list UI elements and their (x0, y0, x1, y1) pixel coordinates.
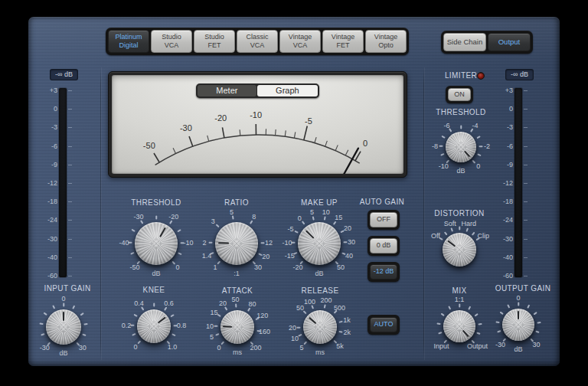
knob-scale-label: 0 (217, 344, 220, 352)
model-selector-studio-vca[interactable]: StudioVCA (151, 30, 192, 53)
vu-scale-label: -10 (250, 110, 262, 119)
knob-title: RELEASE (302, 286, 339, 295)
button-label-line: Vintage (374, 33, 397, 41)
divider-right (423, 67, 424, 360)
knob-tick (303, 310, 307, 314)
mix-knob[interactable]: MIXInput1:1Output (443, 310, 475, 342)
knob-tick (214, 325, 218, 327)
model-selector-vintage-fet[interactable]: VintageFET (322, 30, 364, 53)
knob-title: ATTACK (222, 286, 253, 295)
meter-bar (59, 88, 67, 277)
vu-display-tabs: MeterGraph (196, 83, 319, 98)
meter-scale-label: +3 (37, 87, 57, 94)
vu-minor-tick (345, 150, 348, 155)
ratio-knob[interactable]: RATIO:111.42358122030 (215, 222, 258, 265)
output-selector-output[interactable]: Output (488, 33, 531, 51)
button-label-line: VCA (250, 41, 265, 50)
knob-pointer (220, 309, 255, 345)
model-selector-classic-vca[interactable]: ClassicVCA (237, 30, 278, 53)
knob-tick (63, 303, 64, 307)
meter-range-label: -∞ dB (50, 69, 78, 80)
meter-scale-label: 0 (37, 105, 57, 113)
model-selector-vintage-vca[interactable]: VintageVCA (279, 30, 321, 53)
knob-scale-label: 10 (322, 208, 330, 216)
knob-scale-label: 0.6 (164, 299, 174, 307)
meter-tick (68, 239, 72, 240)
vu-minor-tick (207, 136, 209, 142)
knee-knob[interactable]: KNEE00.20.40.60.81.0 (137, 309, 171, 343)
limiter-on-on[interactable]: ON (448, 88, 471, 101)
knob-scale-label: 0 (133, 343, 137, 351)
output-gain-knob[interactable]: dB-30030 (502, 309, 534, 341)
limiter-led (477, 72, 485, 80)
knob-pointer-mark (462, 330, 469, 338)
knob-scale-label: -50 (129, 263, 139, 271)
model-selector-vintage-opto[interactable]: VintageOpto (365, 30, 407, 53)
meter-tick (68, 201, 72, 202)
distortion-knob[interactable]: DISTORTIONOffSoftHardClip (443, 233, 476, 267)
knob-scale-label: -20 (168, 213, 178, 221)
meter-tick (524, 276, 528, 276)
button-label-line: VCA (293, 41, 308, 50)
meter-scale-label: -40 (492, 254, 513, 261)
auto-gain-options--12-db[interactable]: -12 dB (370, 264, 397, 280)
button-label-line: Studio (204, 33, 224, 41)
knob-scale-label: 100 (304, 298, 315, 306)
meter-scale-label: 0 (492, 105, 513, 113)
model-selector-platinum-digital[interactable]: PlatinumDigital (108, 30, 149, 53)
knob-scale-label: Input (434, 342, 449, 350)
meter-scale-label: -9 (492, 161, 513, 168)
meter-tick (524, 183, 528, 184)
knob-tick (335, 261, 338, 265)
vu-major-tick (222, 127, 224, 138)
knob-unit: ms (233, 348, 242, 356)
meter-bar (514, 88, 522, 277)
release-auto-auto[interactable]: AUTO (370, 317, 397, 332)
threshold-knob[interactable]: THRESHOLDdB-50-40-30-20-100 (135, 222, 178, 265)
model-selector: PlatinumDigitalStudioVCAStudioFETClassic… (106, 28, 409, 55)
attack-knob[interactable]: ATTACKms051015205080120160200 (220, 310, 254, 344)
knob-tick (537, 322, 541, 323)
button-label-line: Studio (162, 33, 181, 41)
knob-title: MIX (452, 286, 467, 295)
knob-scale-label: 50 (231, 296, 239, 303)
model-selector-studio-fet[interactable]: StudioFET (194, 30, 235, 53)
knob-scale-label: 5 (299, 344, 303, 352)
auto-gain-options-0-db[interactable]: 0 dB (370, 238, 397, 254)
knob-scale-label: 1 (213, 263, 217, 271)
knob-scale-label: 20 (262, 253, 270, 260)
knob-title: THRESHOLD (436, 108, 485, 116)
knob-scale-label: 0.8 (177, 322, 187, 329)
auto-gain-options-off-frame: OFF (368, 210, 400, 230)
knob-scale-label: 2 (203, 239, 207, 247)
knob-scale-label: 0 (61, 295, 65, 303)
input-gain-knob[interactable]: dB-30030 (46, 309, 81, 345)
vu-major-tick (154, 153, 159, 162)
knob-scale-label: -8 (432, 142, 438, 150)
divider-left (100, 67, 101, 360)
knob-scale-label: 8 (252, 213, 256, 221)
meter-scale-label: -40 (37, 254, 57, 261)
vu-needle (259, 149, 358, 174)
vu-display-tabs-meter[interactable]: Meter (198, 85, 256, 96)
meter-tick (524, 90, 528, 91)
release-auto: AUTO (368, 315, 400, 335)
knob-scale-label: 1k (343, 316, 351, 324)
limiter-threshold-knob[interactable]: THRESHOLDdB-10-8-6-4-20 (446, 132, 476, 162)
output-selector-side-chain[interactable]: Side Chain (443, 33, 486, 51)
makeup-knob[interactable]: MAKE UPdB-20-15-10-505101520304050 (298, 222, 341, 265)
meter-tick (524, 201, 528, 202)
meter-tick (68, 165, 72, 165)
knob-scale-label: 200 (321, 296, 332, 304)
knob-scale-label: -4 (472, 122, 479, 129)
release-knob[interactable]: RELEASEms51020501002005001k2k5k (303, 310, 337, 344)
knob-scale-label: 0 (516, 294, 520, 302)
auto-gain-options-off[interactable]: OFF (370, 212, 397, 227)
vu-display-tabs-graph[interactable]: Graph (257, 85, 318, 96)
vu-minor-tick (315, 137, 316, 143)
meter-tick (524, 257, 528, 258)
knob-tick (235, 304, 237, 308)
knob-scale-label: 80 (249, 300, 256, 308)
knob-scale-label: -10 (183, 239, 193, 247)
vu-scale-label: 0 (363, 139, 368, 148)
